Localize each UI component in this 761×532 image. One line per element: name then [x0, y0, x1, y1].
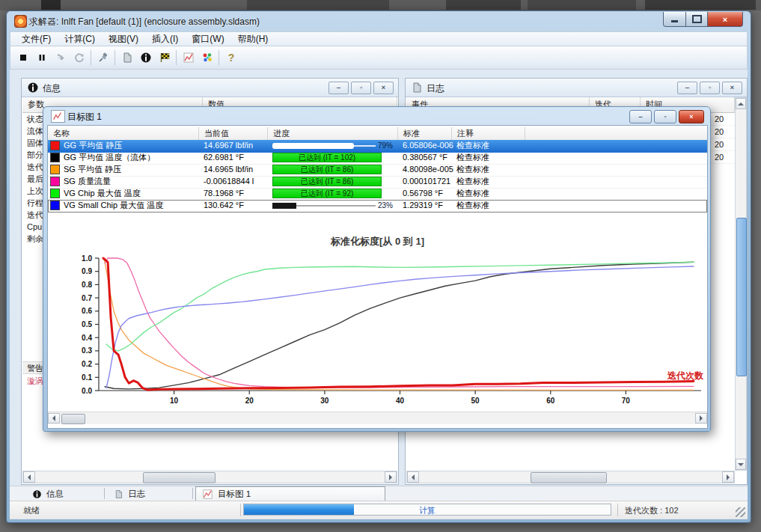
goal-row-gg-temperature[interactable]: GG 平均值 温度（流体） 62.6981 °F 已达到 (IT = 102) … [48, 152, 707, 165]
help-button[interactable]: ? [221, 49, 240, 67]
svg-text:10: 10 [170, 397, 179, 405]
goal-row-vg-small-chip-temp[interactable]: VG Small Chip 最大值 温度 130.642 °F 23% 1.29… [48, 200, 707, 213]
chart-x-axis-label: 迭代次数 [599, 370, 703, 382]
scrollbar-thumb[interactable] [531, 472, 607, 483]
document-icon [411, 82, 423, 94]
resize-grip[interactable] [736, 507, 745, 517]
run-arrow-icon [55, 52, 67, 64]
arrow-left-icon [412, 474, 415, 480]
panel-minimize-button[interactable]: ‒ [677, 82, 697, 94]
stop-icon [17, 52, 29, 64]
panel-minimize-button[interactable]: ‒ [328, 82, 349, 94]
minimize-button[interactable] [663, 12, 686, 27]
goal-row-gg-static-pressure[interactable]: GG 平均值 静压 14.6967 lbf/in 79% 6.05806e-00… [48, 140, 707, 153]
goal-criterion: 6.05806e-006 [403, 140, 455, 152]
goal-name: VG Small Chip 最大值 温度 [64, 200, 198, 212]
menu-file[interactable]: 文件(F) [15, 31, 58, 47]
log-horizontal-scrollbar[interactable] [406, 471, 735, 483]
stop-button[interactable] [13, 49, 32, 67]
arrow-right-icon [727, 474, 730, 480]
column-comment[interactable]: 注释 [452, 127, 525, 140]
goal-progress-fill-0 [272, 143, 354, 149]
menu-insert[interactable]: 插入(I) [145, 31, 185, 47]
svg-text:30: 30 [320, 397, 329, 405]
toolbar-separator [176, 50, 177, 65]
svg-text:?: ? [227, 52, 234, 64]
goal-criterion: 0.380567 °F [403, 152, 455, 164]
column-criterion[interactable]: 标准 [398, 127, 452, 140]
info-horizontal-scrollbar[interactable] [22, 471, 397, 483]
pin-button[interactable] [94, 49, 112, 67]
scrollbar-thumb[interactable] [736, 218, 747, 376]
scroll-right-button[interactable] [385, 471, 397, 483]
run-button[interactable] [51, 49, 70, 67]
progress-achieved-badge: 已达到 (IT = 92) [272, 189, 382, 198]
goal-row-vg-chip-temp[interactable]: VG Chip 最大值 温度 78.1968 °F 已达到 (IT = 92) … [48, 188, 707, 201]
column-current-value[interactable]: 当前值 [199, 127, 268, 140]
results-preview-button[interactable] [198, 49, 216, 67]
scroll-right-button[interactable] [722, 471, 734, 483]
menu-help[interactable]: 帮助(H) [231, 31, 275, 47]
tab-info[interactable]: 信息 [26, 486, 103, 501]
scrollbar-thumb[interactable] [61, 414, 85, 424]
scroll-left-button[interactable] [23, 471, 35, 483]
status-separator [240, 504, 241, 516]
panel-close-button[interactable]: × [373, 82, 394, 94]
column-progress[interactable]: 进度 [268, 127, 398, 140]
scroll-up-button[interactable] [736, 98, 746, 109]
goal-name: SG 平均值 静压 [64, 164, 198, 176]
panel-maximize-button[interactable]: ▫ [351, 82, 371, 94]
child-close-button[interactable]: × [679, 110, 704, 123]
document-icon [121, 52, 133, 64]
tab-log[interactable]: 日志 [108, 486, 190, 501]
close-button[interactable]: × [708, 12, 743, 27]
arrow-up-icon [738, 103, 744, 106]
scroll-left-button[interactable] [407, 471, 419, 483]
maximize-button[interactable] [686, 12, 708, 27]
menu-calculation[interactable]: 计算(C) [58, 31, 102, 47]
menu-view[interactable]: 视图(V) [102, 31, 145, 47]
scroll-left-button[interactable] [48, 413, 60, 424]
goal-window-title: 目标图 1 [67, 111, 102, 123]
goal-table-header: 名称 当前值 进度 标准 注释 [48, 127, 707, 141]
goal-plot-button[interactable] [179, 49, 198, 67]
pause-button[interactable] [32, 49, 51, 67]
goal-horizontal-scrollbar[interactable] [48, 412, 707, 424]
goal-comment: 检查标准 [456, 188, 527, 200]
svg-text:0.5: 0.5 [82, 320, 92, 328]
toolbar-separator [91, 50, 91, 65]
child-restore-button[interactable]: ▫ [654, 110, 676, 123]
title-bar[interactable]: 求解器: Inlft Fan [default (1)] (enclosure … [7, 11, 751, 31]
finish-flag-button[interactable] [155, 49, 174, 67]
goal-convergence-chart: 1.00.90.80.70.60.50.40.30.20.10.01020304… [65, 251, 703, 408]
goal-color-swatch [50, 177, 60, 186]
goal-color-swatch [50, 201, 60, 210]
goal-criterion: 1.29319 °F [403, 200, 455, 212]
restore-icon: ▫ [664, 113, 666, 120]
scrollbar-thumb[interactable] [143, 472, 216, 483]
goal-row-sg-static-pressure[interactable]: SG 平均值 静压 14.6965 lbf/in 已达到 (IT = 86) 4… [48, 164, 707, 177]
info-button[interactable] [136, 49, 155, 67]
panel-maximize-button[interactable]: ▫ [700, 82, 720, 94]
svg-text:20: 20 [245, 397, 254, 405]
goal-name: GG 平均值 静压 [64, 140, 198, 152]
menu-window[interactable]: 窗口(W) [185, 31, 230, 47]
goal-row-sg-mass-flow[interactable]: SG 质量流量 -0.00618844 l 已达到 (IT = 86) 0.00… [48, 176, 707, 189]
arrow-right-icon [700, 415, 703, 421]
finish-flag-icon [159, 52, 171, 64]
status-progress-label: 计算 [244, 505, 611, 516]
tab-goal-plot-1[interactable]: 目标图 1 [195, 486, 385, 501]
info-icon [27, 82, 39, 94]
scroll-right-button[interactable] [695, 413, 707, 424]
scroll-down-button[interactable] [736, 459, 746, 470]
info-icon [140, 52, 152, 64]
goal-current-value: 14.6967 lbf/in [204, 140, 269, 152]
column-name[interactable]: 名称 [48, 127, 199, 140]
goal-comment: 检查标准 [456, 164, 527, 176]
panel-close-button[interactable]: × [722, 82, 742, 94]
goal-window-titlebar[interactable]: 目标图 1 ‒ ▫ × [43, 107, 710, 125]
child-minimize-button[interactable]: ‒ [629, 110, 652, 123]
log-vertical-scrollbar[interactable] [735, 97, 747, 471]
log-document-button[interactable] [117, 49, 136, 67]
refresh-button[interactable] [70, 49, 88, 67]
